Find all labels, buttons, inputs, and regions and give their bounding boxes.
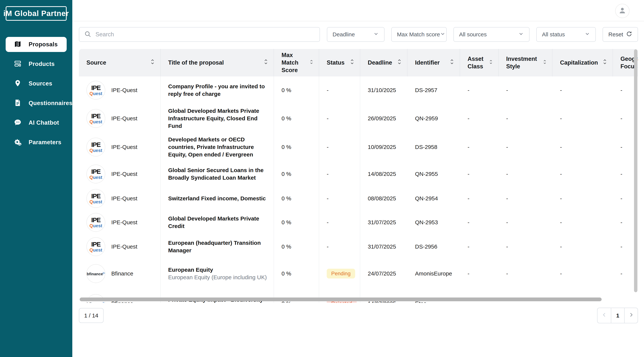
proposal-title: European Equity	[168, 266, 213, 274]
table-row[interactable]: IPEQuestIPE-QuestGlobal Senior Secured L…	[79, 161, 638, 186]
cell-max-match-score: 0 %	[274, 104, 319, 133]
cell-source: IPEQuestIPE-Quest	[79, 186, 160, 210]
column-header-source[interactable]: Source	[79, 49, 160, 76]
column-header-deadline[interactable]: Deadline	[360, 49, 408, 76]
vertical-scrollbar[interactable]	[634, 49, 638, 292]
cell-identifier: QN-2953	[408, 210, 460, 234]
document-icon	[14, 99, 22, 107]
proposal-title: Global Developed Markets Private Infrast…	[168, 107, 268, 130]
source-name: IPE-Quest	[111, 144, 137, 150]
cell-status: -	[319, 133, 360, 161]
column-label: Asset Class	[468, 55, 486, 70]
sidebar-item-questionnaires[interactable]: Questionnaires	[6, 96, 67, 111]
sort-icon	[397, 58, 402, 67]
cell-status: -	[319, 186, 360, 210]
table-row[interactable]: IPEQuestIPE-QuestEuropean (headquarter) …	[79, 234, 638, 259]
column-header-investment-style[interactable]: Investment Style	[499, 49, 552, 76]
previous-page-button[interactable]	[598, 308, 611, 323]
table-body: IPEQuestIPE-QuestCompany Profile - you a…	[79, 76, 638, 303]
column-header-asset-class[interactable]: Asset Class	[460, 49, 499, 76]
cell-status: -	[319, 210, 360, 234]
next-page-button[interactable]	[624, 308, 638, 323]
column-label: Max Match Score	[282, 52, 302, 74]
cell-asset-class: -	[460, 161, 499, 186]
chevron-down-icon	[518, 31, 524, 38]
cell-identifier: QN-2955	[408, 161, 460, 186]
cell-title: Developed Markets or OECD countries, Pri…	[160, 133, 274, 161]
sidebar: iM Global Partner Proposals Products Sou…	[0, 0, 72, 357]
deadline-dropdown[interactable]: Deadline	[327, 27, 384, 42]
chevron-right-icon	[628, 312, 634, 319]
sidebar-item-ai-chatbot[interactable]: AI Chatbot	[6, 115, 67, 130]
column-label: Source	[86, 59, 106, 66]
horizontal-scrollbar[interactable]	[80, 298, 602, 301]
logo-text: IPE	[91, 113, 100, 119]
chevron-down-icon	[584, 31, 590, 38]
cell-identifier: DS-2958	[408, 133, 460, 161]
cell-asset-class: -	[460, 259, 499, 288]
deadline-dropdown-label: Deadline	[332, 31, 355, 38]
sort-icon	[264, 58, 268, 67]
cell-title: European (headquarter) Transition Manage…	[160, 234, 274, 259]
sidebar-item-proposals[interactable]: Proposals	[6, 37, 67, 52]
table-row[interactable]: IPEQuestIPE-QuestDeveloped Markets or OE…	[79, 133, 638, 161]
logo-text: Quest	[90, 120, 102, 124]
ipe-quest-logo: IPEQuest	[86, 164, 105, 184]
table-row[interactable]: IPEQuestIPE-QuestGlobal Developed Market…	[79, 210, 638, 234]
cell-deadline: 08/08/2025	[360, 186, 408, 210]
ipe-quest-logo: IPEQuest	[86, 189, 105, 208]
column-label: Deadline	[368, 59, 392, 66]
source-name: IPE-Quest	[111, 244, 137, 250]
sidebar-item-parameters[interactable]: Parameters	[6, 135, 67, 150]
cell-capitalization: -	[552, 161, 613, 186]
column-label: Identifier	[415, 59, 440, 66]
logo-text: IPE	[91, 84, 100, 91]
source-name: IPE-Quest	[111, 115, 137, 122]
column-header-status[interactable]: Status	[319, 49, 360, 76]
table-row[interactable]: bfinance▷BfinanceEuropean EquityEuropean…	[79, 259, 638, 288]
pin-icon	[14, 80, 22, 88]
refresh-icon	[626, 31, 632, 38]
cell-title: Global Senior Secured Loans in the Broad…	[160, 161, 274, 186]
column-header-max-match-score[interactable]: Max Match Score	[274, 49, 319, 76]
cell-capitalization: -	[552, 234, 613, 259]
table-row[interactable]: IPEQuestIPE-QuestCompany Profile - you a…	[79, 76, 638, 104]
search-box[interactable]	[79, 27, 320, 42]
cell-capitalization: -	[552, 76, 613, 104]
column-header-capitalization[interactable]: Capitalization	[552, 49, 613, 76]
source-name: IPE-Quest	[111, 171, 137, 177]
source-name: IPE-Quest	[111, 219, 137, 226]
profile-button[interactable]	[615, 4, 630, 18]
table-row[interactable]: IPEQuestIPE-QuestSwitzerland Fixed incom…	[79, 186, 638, 210]
column-header-title[interactable]: Title of the proposal	[160, 49, 274, 76]
source-name: Bfinance	[111, 270, 133, 277]
pager: 1	[597, 308, 638, 323]
sidebar-item-sources[interactable]: Sources	[6, 76, 67, 91]
topbar	[72, 0, 644, 21]
chat-icon	[14, 118, 22, 127]
max-match-dropdown[interactable]: Max Match score	[391, 27, 447, 42]
column-header-identifier[interactable]: Identifier	[408, 49, 460, 76]
reset-button-label: Reset	[608, 31, 623, 38]
search-input[interactable]	[96, 31, 315, 38]
cell-identifier: AmonisEurope	[408, 259, 460, 288]
status-dropdown[interactable]: All status	[536, 27, 596, 42]
sources-dropdown[interactable]: All sources	[454, 27, 530, 42]
logo-text: Quest	[90, 148, 102, 153]
cell-title: Switzerland Fixed income, Domestic	[160, 186, 274, 210]
sort-icon	[603, 58, 607, 67]
reset-button[interactable]: Reset	[602, 27, 638, 42]
cell-investment-style: -	[499, 210, 552, 234]
logo-text: Quest	[90, 91, 102, 96]
cell-title: Company Profile - you are invited to rep…	[160, 76, 274, 104]
sidebar-item-products[interactable]: Products	[6, 56, 67, 72]
logo-text: Quest	[90, 224, 102, 228]
current-page-button[interactable]: 1	[611, 308, 624, 323]
max-match-dropdown-label: Max Match score	[397, 31, 440, 38]
ipe-quest-logo: IPEQuest	[86, 237, 105, 256]
cell-title: Global Developed Markets Private Infrast…	[160, 104, 274, 133]
table-row[interactable]: IPEQuestIPE-QuestGlobal Developed Market…	[79, 104, 638, 133]
cell-capitalization: -	[552, 104, 613, 133]
ipe-quest-logo: IPEQuest	[86, 213, 105, 232]
cell-source: IPEQuestIPE-Quest	[79, 76, 160, 104]
